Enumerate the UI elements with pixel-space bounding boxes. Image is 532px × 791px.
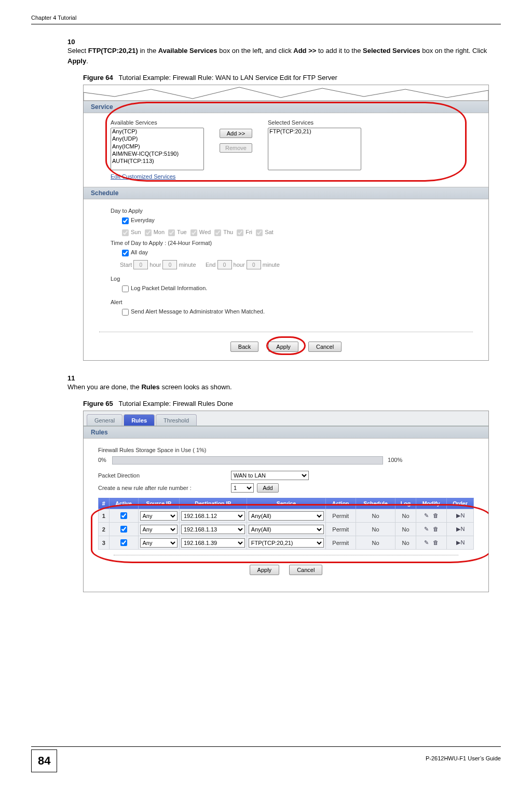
list-item[interactable]: AIM/NEW-ICQ(TCP:5190) (111, 151, 203, 158)
selected-services-label: Selected Services (268, 119, 361, 126)
table-header: # Active Source IP Destination IP Servic… (99, 498, 474, 509)
tab-rules[interactable]: Rules (124, 414, 155, 426)
source-ip-select[interactable]: Any (140, 511, 178, 521)
add-service-button[interactable]: Add >> (220, 129, 252, 138)
move-icon[interactable]: ▶N (456, 539, 463, 547)
page-number: 84 (31, 749, 57, 772)
edit-icon[interactable]: ✎ (423, 512, 430, 520)
tab-general[interactable]: General (87, 414, 122, 426)
day-tue-checkbox[interactable] (168, 229, 175, 236)
edit-customized-services-link[interactable]: Edit Customized Services (111, 173, 175, 180)
cell-service: FTP(TCP:20,21) (247, 536, 325, 550)
apply-button[interactable]: Apply (268, 342, 298, 352)
service-select[interactable]: Any(All) (249, 511, 324, 521)
fig-text: Tutorial Example: Firewall Rules Done (118, 400, 233, 407)
day-sat-checkbox[interactable] (256, 229, 263, 236)
figure-65-caption: Figure 65 Tutorial Example: Firewall Rul… (83, 400, 501, 407)
source-ip-select[interactable]: Any (140, 525, 178, 534)
start-hour-input[interactable] (133, 260, 148, 269)
cell-modify: ✎🗑 (416, 523, 446, 536)
destination-ip-select[interactable]: 192.168.1.12 (181, 511, 245, 521)
day-mon-checkbox[interactable] (145, 229, 152, 236)
list-item[interactable]: Any(ICMP) (111, 143, 203, 151)
service-select[interactable]: FTP(TCP:20,21) (249, 538, 324, 548)
day-sun-checkbox[interactable] (122, 229, 129, 236)
cancel-button[interactable]: Cancel (308, 342, 342, 352)
source-ip-select[interactable]: Any (140, 538, 178, 548)
service-select[interactable]: Any(All) (249, 525, 324, 534)
rule-number-select[interactable]: 1 (231, 483, 254, 493)
list-item[interactable]: Any(TCP) (111, 128, 203, 135)
cell-num: 1 (99, 509, 110, 523)
delete-icon[interactable]: 🗑 (432, 526, 440, 533)
time-of-day-label: Time of Day to Apply : (24-Hour Format) (111, 240, 461, 246)
apply-button[interactable]: Apply (250, 565, 280, 575)
everyday-checkbox[interactable] (122, 217, 129, 224)
day-fri-checkbox[interactable] (237, 229, 243, 236)
packet-direction-select[interactable]: WAN to LAN (231, 471, 309, 480)
minute-label: minute (179, 262, 196, 268)
cell-active (109, 523, 138, 536)
cell-source: Any (138, 509, 179, 523)
cell-num: 3 (99, 536, 110, 550)
edit-icon[interactable]: ✎ (423, 539, 430, 547)
alert-checkbox[interactable] (122, 309, 129, 316)
end-minute-input[interactable] (247, 260, 261, 269)
tab-threshold[interactable]: Threshold (156, 414, 197, 426)
t: FTP(TCP:20,21) (88, 47, 138, 54)
alert-text: Send Alert Message to Administrator When… (131, 309, 265, 315)
active-checkbox[interactable] (120, 526, 127, 533)
everyday-label: Everyday (131, 217, 155, 224)
delete-icon[interactable]: 🗑 (432, 512, 440, 520)
col-num: # (99, 498, 110, 509)
end-hour-input[interactable] (217, 260, 232, 269)
edit-icon[interactable]: ✎ (423, 526, 430, 533)
destination-ip-select[interactable]: 192.168.1.13 (181, 525, 245, 534)
list-item[interactable]: AUTH(TCP:113) (111, 158, 203, 165)
cell-order: ▶N (446, 536, 473, 550)
remove-service-button[interactable]: Remove (220, 143, 252, 153)
table-row: 1Any192.168.1.12Any(All)PermitNoNo✎🗑▶N (99, 509, 474, 523)
list-item[interactable]: FTP(TCP:20,21) (268, 128, 361, 135)
cell-schedule: No (356, 523, 395, 536)
cell-destination: 192.168.1.13 (179, 523, 247, 536)
t: Rules (141, 383, 159, 391)
fig-label: Figure 64 (83, 74, 113, 81)
back-button[interactable]: Back (230, 342, 258, 352)
screenshot-firewall-edit: Service Available Services Any(TCP) Any(… (83, 85, 489, 361)
rules-table: # Active Source IP Destination IP Servic… (98, 498, 474, 550)
selected-services-list[interactable]: FTP(TCP:20,21) (268, 128, 361, 170)
active-checkbox[interactable] (120, 539, 127, 546)
move-icon[interactable]: ▶N (456, 512, 463, 520)
storage-progress-bar (112, 456, 383, 465)
day-label: Sun (131, 229, 141, 236)
service-panel: Available Services Any(TCP) Any(UDP) Any… (84, 113, 488, 187)
day-wed-checkbox[interactable] (190, 229, 197, 236)
dotted-separator (114, 555, 458, 555)
cell-active (109, 536, 138, 550)
col-log: Log (395, 498, 416, 509)
all-day-checkbox[interactable] (122, 250, 129, 256)
cell-destination: 192.168.1.39 (179, 536, 247, 550)
day-thu-checkbox[interactable] (214, 229, 221, 236)
available-services-list[interactable]: Any(TCP) Any(UDP) Any(ICMP) AIM/NEW-ICQ(… (111, 128, 204, 170)
day-label: Thu (223, 229, 233, 236)
move-icon[interactable]: ▶N (456, 526, 463, 533)
destination-ip-select[interactable]: 192.168.1.39 (181, 538, 245, 548)
alert-label: Alert (111, 299, 461, 305)
step-text: When you are done, the Rules screen look… (67, 382, 498, 392)
start-minute-input[interactable] (162, 260, 177, 269)
cancel-button[interactable]: Cancel (289, 565, 322, 575)
cell-log: No (395, 509, 416, 523)
cell-active (109, 509, 138, 523)
t: in the (138, 47, 158, 54)
log-checkbox[interactable] (122, 285, 129, 292)
cell-service: Any(All) (247, 523, 325, 536)
add-rule-button[interactable]: Add (257, 483, 279, 493)
list-item[interactable]: Any(UDP) (111, 135, 203, 143)
active-checkbox[interactable] (120, 512, 127, 519)
log-label: Log (111, 276, 461, 282)
delete-icon[interactable]: 🗑 (432, 539, 440, 547)
schedule-panel: Day to Apply Everyday Sun Mon Tue Wed Th… (84, 199, 488, 326)
cell-schedule: No (356, 536, 395, 550)
